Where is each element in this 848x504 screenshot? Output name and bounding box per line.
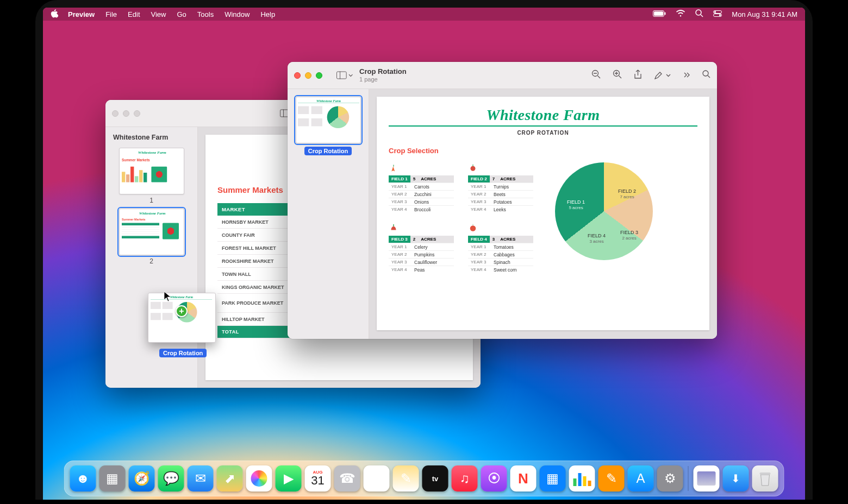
market-name: COUNTY FAIR	[217, 229, 294, 242]
menu-window[interactable]: Window	[225, 10, 250, 18]
thumb-label-badge: Crop Rotation	[304, 147, 352, 155]
dock-app-reminders[interactable]: ☰	[364, 465, 390, 492]
control-center-icon[interactable]	[713, 10, 722, 18]
dock-app-pages[interactable]: ✎	[598, 465, 625, 492]
dock-app-keynote[interactable]: ▦	[540, 465, 566, 492]
apple-menu-icon[interactable]	[51, 9, 58, 20]
field-block-1: FIELD 1 5 ACRES YEAR 1CarrotsYEAR 2Zucch…	[389, 162, 454, 213]
svg-point-8	[719, 14, 721, 16]
dock-app-mail[interactable]: ✉︎	[188, 465, 214, 492]
svg-line-14	[598, 76, 601, 79]
dock-app-safari[interactable]: 🧭	[129, 465, 155, 492]
spotlight-icon[interactable]	[695, 9, 703, 19]
dock-app-news[interactable]: N	[510, 465, 537, 492]
pie-label-field-3: FIELD 32 acres	[620, 230, 638, 241]
market-name: KINGS ORGANIC MARKET	[217, 281, 294, 294]
pie-label-field-4: FIELD 43 acres	[588, 233, 606, 244]
page-thumbnail[interactable]: Whitestone Farm	[296, 97, 361, 143]
doc-title: Whitestone Farm	[389, 106, 697, 124]
dock-app-podcasts[interactable]: ⦿	[481, 465, 507, 492]
svg-point-3	[696, 10, 701, 15]
dock-downloads[interactable]: ⬇︎	[723, 465, 749, 492]
close-button[interactable]	[112, 110, 119, 117]
dock-preview-doc[interactable]	[694, 465, 720, 492]
svg-point-22	[471, 166, 476, 171]
zoom-button[interactable]	[134, 110, 140, 117]
market-name: PARK PRODUCE MARKET	[217, 294, 294, 313]
wifi-icon[interactable]	[676, 10, 685, 18]
plus-badge-icon: +	[176, 305, 188, 317]
doc-subtitle: CROP ROTATION	[389, 130, 697, 136]
dock-app-messages[interactable]: 💬	[158, 465, 184, 492]
markup-button[interactable]	[654, 71, 671, 80]
titlebar-front[interactable]: Crop Rotation 1 page	[288, 62, 717, 89]
market-name: ROOKSHIRE MARKET	[217, 255, 294, 268]
section-heading: Crop Selection	[389, 147, 697, 155]
menu-clock[interactable]: Mon Aug 31 9:41 AM	[732, 10, 797, 18]
dock-app-calendar[interactable]: AUG31	[305, 465, 331, 492]
minimize-button[interactable]	[305, 72, 311, 79]
zoom-in-button[interactable]	[613, 70, 622, 81]
window-subtitle: 1 page	[359, 76, 407, 83]
document-canvas-front[interactable]: Whitestone Farm CROP ROTATION Crop Selec…	[369, 89, 717, 339]
menu-tools[interactable]: Tools	[197, 10, 214, 18]
acreage-pie-chart: FIELD 15 acres FIELD 27 acres FIELD 32 a…	[555, 162, 653, 273]
more-toolbar-button[interactable]	[683, 71, 690, 80]
svg-rect-24	[760, 472, 771, 475]
dock-app-app-store[interactable]: A	[628, 465, 654, 492]
thumbnail-sidebar-front: Whitestone Farm	[288, 89, 369, 339]
dock-app-facetime[interactable]: ▶︎	[276, 465, 302, 492]
drag-ghost-label: Crop Rotation	[159, 349, 207, 357]
dock-app-finder[interactable]: ☻	[70, 465, 96, 492]
sidebar-title: Whitestone Farm	[110, 133, 193, 144]
market-name: HILLTOP MARKET	[217, 313, 294, 326]
svg-rect-1	[654, 11, 663, 16]
dock-app-music[interactable]: ♫	[452, 465, 478, 492]
dock-app-photos[interactable]	[246, 465, 272, 492]
preview-window-front: Crop Rotation 1 page Whitestone Farm	[288, 62, 717, 339]
dock-app-notes[interactable]: ✎	[393, 465, 419, 492]
page-thumbnail-1[interactable]: Whitestone Farm Summer Markets	[119, 148, 184, 194]
app-menu[interactable]: Preview	[68, 10, 95, 18]
menu-go[interactable]: Go	[177, 10, 186, 18]
dock-app-maps[interactable]: ⬈	[217, 465, 243, 492]
minimize-button[interactable]	[123, 110, 129, 117]
svg-line-4	[701, 15, 703, 17]
search-button[interactable]	[702, 70, 710, 80]
svg-point-6	[714, 11, 716, 12]
menu-view[interactable]: View	[151, 10, 166, 18]
svg-rect-2	[665, 12, 666, 15]
page-thumbnail-2[interactable]: Whitestone Farm Summer Markets	[119, 209, 184, 255]
dock: ☻▦🧭💬✉︎⬈▶︎AUG31☎︎☰✎tv♫⦿N▦✎A⚙︎⬇︎	[64, 461, 784, 496]
share-button[interactable]	[634, 70, 642, 81]
dock-app-numbers[interactable]	[569, 465, 595, 492]
traffic-lights-front[interactable]	[294, 72, 322, 79]
dock-app-tv[interactable]: tv	[422, 465, 448, 492]
sidebar-toggle-button[interactable]	[336, 69, 353, 82]
menu-bar: Preview File Edit View Go Tools Window H…	[43, 8, 805, 21]
menu-help[interactable]: Help	[260, 10, 275, 18]
col-market: MARKET	[217, 203, 294, 216]
drag-ghost-thumbnail[interactable]: Whitestone Farm +	[148, 293, 216, 343]
battery-icon[interactable]	[653, 10, 666, 18]
zoom-button[interactable]	[316, 72, 322, 79]
svg-point-20	[703, 71, 708, 76]
page-content-front: Whitestone Farm CROP ROTATION Crop Selec…	[377, 97, 709, 330]
dock-app-contacts[interactable]: ☎︎	[334, 465, 360, 492]
menu-edit[interactable]: Edit	[128, 10, 140, 18]
traffic-lights-back[interactable]	[112, 110, 140, 117]
dock-app-launchpad[interactable]: ▦	[99, 465, 126, 492]
dock-trash[interactable]	[752, 465, 778, 492]
svg-rect-11	[336, 72, 346, 79]
window-title: Crop Rotation	[359, 68, 407, 76]
zoom-out-button[interactable]	[591, 70, 601, 81]
thumb-2-label: 2	[110, 257, 193, 265]
svg-point-23	[470, 225, 476, 231]
menu-file[interactable]: File	[105, 10, 117, 18]
field-block-4: FIELD 4 3 ACRES YEAR 1TomatoesYEAR 2Cabb…	[468, 223, 533, 273]
svg-line-17	[619, 76, 622, 79]
pie-label-field-1: FIELD 15 acres	[567, 199, 585, 210]
pie-label-field-2: FIELD 27 acres	[618, 188, 636, 199]
close-button[interactable]	[294, 72, 301, 79]
dock-app-system-preferences[interactable]: ⚙︎	[657, 465, 683, 492]
